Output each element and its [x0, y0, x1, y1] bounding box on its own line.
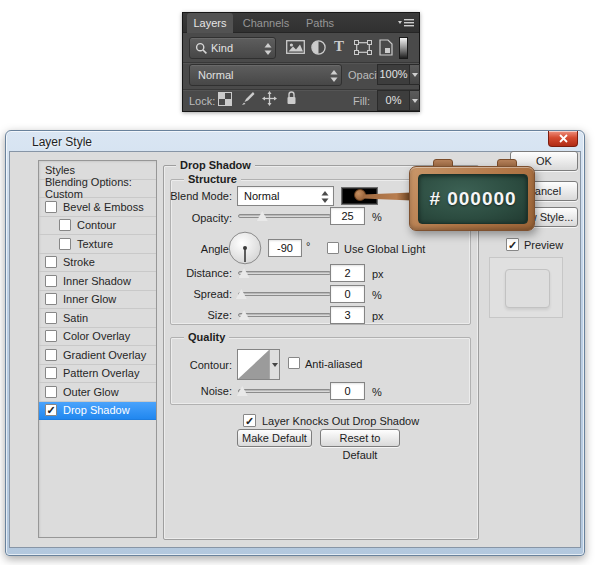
panel-menu-icon[interactable] [397, 17, 415, 31]
shadow-blend-mode-dropdown[interactable]: Normal [237, 186, 334, 206]
blend-mode-label: Blend Mode: [138, 190, 232, 202]
kind-filter-dropdown[interactable]: Kind [189, 37, 276, 59]
angle-input[interactable]: -90 [268, 239, 302, 257]
sidebar-item-color-overlay[interactable]: Color Overlay [39, 328, 156, 347]
checkbox[interactable] [45, 275, 57, 287]
updown-arrows-icon [321, 191, 329, 205]
layers-blend-mode-dropdown[interactable]: Normal [189, 64, 342, 86]
checkbox[interactable] [45, 312, 57, 324]
use-global-light-checkbox[interactable] [327, 242, 339, 254]
updown-arrows-icon [330, 70, 338, 84]
panel-tab-bar: Layers Channels Paths [183, 13, 419, 33]
shadow-opacity-label: Opacity: [138, 212, 232, 224]
shadow-opacity-input[interactable]: 25 [330, 207, 365, 225]
layer-knocks-out-label: Layer Knocks Out Drop Shadow [262, 415, 419, 427]
noise-slider[interactable] [238, 389, 331, 393]
spread-input[interactable]: 0 [330, 285, 365, 303]
contour-picker[interactable] [237, 349, 280, 380]
preview-shape [505, 269, 550, 308]
anti-aliased-label: Anti-aliased [305, 358, 362, 370]
distance-input[interactable]: 2 [330, 264, 365, 282]
updown-arrows-icon [264, 43, 272, 57]
dialog-title: Layer Style [32, 135, 92, 149]
contour-dropdown-button[interactable] [269, 350, 279, 379]
lock-transparency-icon[interactable] [218, 92, 232, 108]
make-default-button[interactable]: Make Default [237, 429, 312, 447]
filter-type-layers-icon[interactable]: T [334, 38, 344, 55]
blend-mode-value: Normal [198, 69, 233, 81]
checkbox[interactable] [45, 367, 57, 379]
hex-color-value: # 000000 [429, 188, 516, 210]
spread-label: Spread: [138, 288, 232, 300]
filter-toggle-icon[interactable] [399, 37, 408, 59]
divider [183, 62, 419, 63]
lock-label: Lock: [189, 95, 215, 107]
lock-all-icon[interactable] [286, 90, 297, 107]
checkbox[interactable] [59, 238, 71, 250]
checkbox[interactable] [45, 293, 57, 305]
angle-dial[interactable] [228, 231, 262, 267]
filter-smart-objects-icon[interactable] [379, 39, 393, 58]
fill-value[interactable]: 0% [377, 90, 410, 111]
checkbox[interactable] [45, 349, 57, 361]
anti-aliased-checkbox[interactable] [288, 357, 300, 369]
noise-input[interactable]: 0 [330, 382, 365, 400]
tab-layers[interactable]: Layers [187, 13, 233, 33]
spread-unit: % [372, 289, 382, 301]
checkbox[interactable] [45, 404, 57, 416]
size-label: Size: [138, 309, 232, 321]
panel-title: Drop Shadow [176, 159, 255, 171]
tab-channels[interactable]: Channels [237, 13, 295, 33]
distance-slider[interactable] [238, 271, 331, 275]
chevron-down-icon [272, 363, 278, 367]
preview-label: Preview [524, 239, 563, 251]
noise-unit: % [372, 386, 382, 398]
quality-legend: Quality [184, 331, 229, 343]
opacity-unit: % [372, 211, 382, 223]
angle-label: Angle: [138, 243, 232, 255]
lock-position-move-icon[interactable] [262, 91, 277, 108]
preview-checkbox[interactable] [506, 238, 519, 251]
structure-legend: Structure [184, 173, 241, 185]
checkbox[interactable] [45, 386, 57, 398]
noise-label: Noise: [138, 385, 232, 397]
search-icon [195, 42, 208, 57]
opacity-value[interactable]: 100% [377, 64, 410, 85]
use-global-light-label: Use Global Light [344, 243, 425, 255]
fill-label: Fill: [353, 95, 370, 107]
checkbox[interactable] [45, 201, 57, 213]
color-tag-board: # 000000 [418, 174, 528, 224]
size-unit: px [372, 310, 384, 322]
chevron-down-icon [412, 73, 418, 77]
contour-thumbnail [238, 350, 269, 381]
lock-pixels-brush-icon[interactable] [240, 91, 255, 108]
checkbox[interactable] [45, 256, 57, 268]
filter-pixel-layers-icon[interactable] [286, 39, 305, 57]
contour-label: Contour: [138, 359, 232, 371]
chevron-down-icon [412, 99, 418, 103]
close-button[interactable] [548, 131, 578, 147]
checkbox[interactable] [45, 330, 57, 342]
spread-slider[interactable] [238, 292, 331, 296]
distance-unit: px [372, 268, 384, 280]
opacity-dropdown-button[interactable] [410, 64, 420, 85]
size-slider[interactable] [238, 313, 331, 317]
tab-paths[interactable]: Paths [299, 13, 341, 33]
stage: Layers Channels Paths Kind T [0, 0, 600, 565]
kind-filter-label: Kind [211, 42, 233, 54]
close-icon [559, 134, 568, 143]
reset-to-default-button[interactable]: Reset to Default [320, 429, 400, 447]
angle-unit: ° [306, 240, 310, 252]
color-tag: # 000000 [409, 166, 535, 231]
layer-knocks-out-checkbox[interactable] [243, 414, 256, 427]
distance-label: Distance: [138, 267, 232, 279]
layers-panel: Layers Channels Paths Kind T [182, 12, 420, 112]
fill-dropdown-button[interactable] [410, 90, 420, 111]
filter-shape-layers-icon[interactable] [354, 40, 372, 57]
sidebar-item-drop-shadow[interactable]: Drop Shadow [39, 402, 156, 421]
checkbox[interactable] [59, 219, 71, 231]
size-input[interactable]: 3 [330, 306, 365, 324]
opacity-slider[interactable] [238, 214, 331, 218]
filter-adjustment-layers-icon[interactable] [311, 40, 326, 57]
style-preview-thumbnail [489, 257, 563, 318]
